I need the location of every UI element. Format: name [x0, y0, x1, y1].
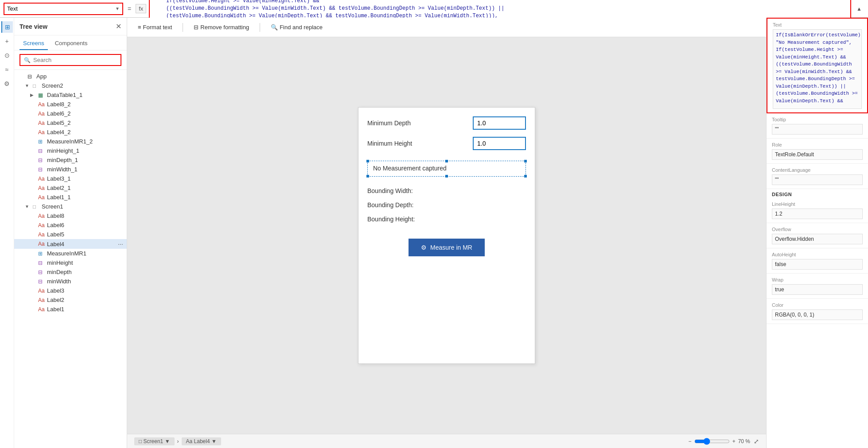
role-property-value[interactable]: TextRole.Default [772, 149, 863, 160]
screen1-label: Screen1 [42, 203, 123, 210]
color-property-label: Color [772, 302, 863, 308]
minwidth-1-label: minWidth_1 [47, 166, 123, 173]
tree-item-measureinmr1-2[interactable]: ⊞ MeasureInMR1_2 [14, 137, 127, 146]
bounding-height-line: Bounding Height: [367, 216, 526, 223]
label2-icon: Aa [38, 297, 45, 303]
handle-tr [524, 160, 527, 162]
minwidth-icon: ⊟ [38, 278, 45, 285]
status-breadcrumb: □ Screen1 ▼ › Aa Label4 ▼ [134, 437, 221, 445]
role-property-section: Role TextRole.Default [767, 139, 868, 164]
contentlanguage-property-value[interactable]: "" [772, 174, 863, 185]
result-label[interactable]: No Measurement captured [367, 161, 526, 177]
overflow-property-label: Overflow [772, 227, 863, 232]
sidebar-header: Tree view ✕ [14, 18, 127, 35]
minheight-1-label: minHeight_1 [47, 147, 123, 154]
tree-item-screen1[interactable]: ▼ □ Screen1 [14, 202, 127, 211]
text-property-value[interactable]: If(IsBlankOrError(testVolume), "No Measu… [773, 29, 862, 109]
zoom-value: 70 % [738, 438, 750, 444]
label8-2-icon: Aa [38, 101, 45, 108]
collapse-formula-icon[interactable]: ▲ [854, 6, 864, 12]
tree-item-label5-2[interactable]: Aa Label5_2 [14, 118, 127, 127]
tree-item-screen2[interactable]: ▼ □ Screen2 [14, 81, 127, 90]
color-property-value[interactable]: RGBA(0, 0, 0, 1) [772, 309, 863, 320]
minheight-1-icon: ⊟ [38, 148, 45, 154]
tree-item-label2[interactable]: Aa Label2 [14, 295, 127, 305]
tree-item-datatable1[interactable]: ▶ ▦ DataTable1_1 [14, 90, 127, 100]
tab-components[interactable]: Components [51, 38, 91, 50]
tree-view-icon[interactable]: ⊞ [1, 21, 13, 33]
tooltip-property-section: Tooltip "" [767, 113, 868, 139]
status-left: □ Screen1 ▼ › Aa Label4 ▼ [134, 437, 221, 445]
contentlanguage-property-section: ContentLanguage "" [767, 164, 868, 189]
tree-item-mindepth-1[interactable]: ⊟ minDepth_1 [14, 155, 127, 165]
tree-item-label4-2[interactable]: Aa Label4_2 [14, 127, 127, 137]
chevron-down-icon: ▼ [165, 438, 170, 444]
minimum-height-row: Minimum Height [367, 137, 526, 150]
sidebar-close-button[interactable]: ✕ [116, 22, 121, 31]
autoheight-property-value[interactable]: false [772, 259, 863, 270]
tree-item-label3[interactable]: Aa Label3 [14, 286, 127, 295]
measureinmr1-2-icon: ⊞ [38, 139, 45, 145]
status-item-button[interactable]: Aa Label4 ▼ [182, 437, 221, 445]
remove-formatting-icon: ⊟ [194, 24, 199, 31]
tree-item-label6-2[interactable]: Aa Label6_2 [14, 109, 127, 118]
tree-item-label3-1[interactable]: Aa Label3_1 [14, 174, 127, 183]
tree-item-label4[interactable]: Aa Label4 ··· [14, 239, 127, 249]
tree-item-minwidth-1[interactable]: ⊟ minWidth_1 [14, 165, 127, 174]
tree-item-label2-1[interactable]: Aa Label2_1 [14, 183, 127, 193]
wrap-property-section: Wrap true [767, 274, 868, 299]
tree-item-label1[interactable]: Aa Label1 [14, 305, 127, 314]
design-section-header: DESIGN [767, 189, 868, 198]
tree-item-minheight[interactable]: ⊟ minHeight [14, 258, 127, 267]
minwidth-label: minWidth [47, 278, 123, 285]
tooltip-property-value[interactable]: "" [772, 124, 863, 135]
tree-item-minwidth[interactable]: ⊟ minWidth [14, 277, 127, 286]
toolbar-separator-1 [183, 23, 183, 32]
handle-tc [445, 160, 448, 162]
remove-formatting-button[interactable]: ⊟ Remove formatting [190, 22, 253, 32]
main-area: ⊞ + ⊙ ≈ ⚙ Tree view ✕ Screens Components… [0, 18, 868, 448]
format-text-button[interactable]: ≡ Format text [134, 22, 175, 32]
tree-item-label1-1[interactable]: Aa Label1_1 [14, 193, 127, 202]
label5-label: Label5 [47, 231, 123, 238]
tree-item-app[interactable]: ⊟ App [14, 72, 127, 81]
tree-item-label8-2[interactable]: Aa Label8_2 [14, 100, 127, 109]
measure-label: Measure in MR [430, 244, 472, 251]
variables-icon[interactable]: ≈ [1, 64, 13, 75]
lineheight-property-value[interactable]: 1.2 [772, 209, 863, 219]
tab-screens[interactable]: Screens [19, 38, 48, 50]
property-selector[interactable]: Text ▼ [4, 3, 123, 15]
tree-item-label8[interactable]: Aa Label8 [14, 211, 127, 220]
search-input[interactable] [33, 57, 117, 63]
minimum-depth-input[interactable] [473, 116, 526, 130]
tree-item-minheight-1[interactable]: ⊟ minHeight_1 [14, 146, 127, 155]
zoom-control: − + 70 % [689, 438, 750, 445]
status-screen-button[interactable]: □ Screen1 ▼ [134, 437, 175, 445]
tree-item-mindepth[interactable]: ⊟ minDepth [14, 267, 127, 277]
zoom-plus-button[interactable]: + [732, 438, 736, 444]
add-icon[interactable]: + [1, 35, 13, 47]
zoom-minus-button[interactable]: − [689, 438, 692, 444]
measure-button[interactable]: ⚙ Measure in MR [409, 239, 485, 256]
label2-1-icon: Aa [38, 185, 45, 191]
tree-item-measureinmr1[interactable]: ⊞ MeasureInMR1 [14, 249, 127, 258]
fx-button[interactable]: fx [136, 4, 146, 13]
zoom-slider[interactable] [694, 438, 730, 445]
datatable1-label: DataTable1_1 [47, 92, 123, 98]
overflow-property-value[interactable]: Overflow.Hidden [772, 234, 863, 244]
wrap-property-value[interactable]: true [772, 284, 863, 295]
data-icon[interactable]: ⊙ [1, 50, 13, 61]
tree-item-label5[interactable]: Aa Label5 [14, 230, 127, 239]
find-replace-button[interactable]: 🔍 Find and replace [267, 22, 326, 32]
tree-item-label6[interactable]: Aa Label6 [14, 220, 127, 230]
equals-sign: = [126, 5, 133, 12]
label4-menu-icon[interactable]: ··· [118, 240, 123, 247]
label8-icon: Aa [38, 213, 45, 219]
minheight-icon: ⊟ [38, 260, 45, 266]
fit-screen-icon[interactable]: ⤢ [754, 438, 759, 445]
label1-label: Label1 [47, 306, 123, 313]
settings-icon[interactable]: ⚙ [1, 78, 13, 89]
expand-screen2-icon: ▼ [25, 83, 31, 88]
minimum-height-input[interactable] [473, 137, 526, 150]
result-text: No Measurement captured [373, 165, 447, 172]
